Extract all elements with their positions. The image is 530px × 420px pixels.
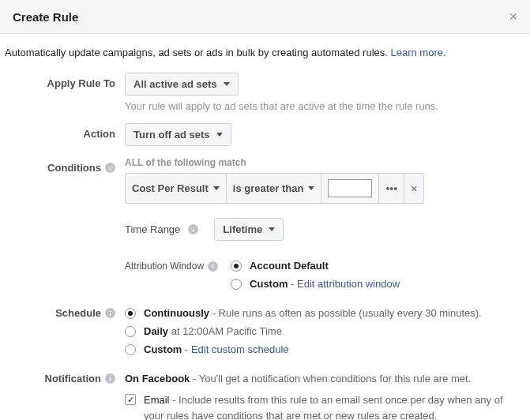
attribution-default-radio[interactable] (231, 261, 242, 272)
condition-metric-value: Cost Per Result (132, 182, 209, 194)
learn-more-link[interactable]: Learn more. (391, 47, 446, 58)
schedule-daily-desc: at 12:00AM Pacific Time (168, 325, 282, 337)
notification-label: Notification i (5, 373, 125, 384)
apply-rule-label-text: Apply Rule To (47, 77, 115, 89)
time-range-label: Time Range (125, 223, 180, 235)
action-dropdown[interactable]: Turn off ad sets (125, 123, 231, 146)
chevron-down-icon (216, 133, 223, 137)
notification-onfb-desc: - You'll get a notification when conditi… (190, 373, 471, 384)
notification-onfb-label: On Facebook (125, 373, 190, 384)
schedule-custom-radio[interactable] (125, 344, 136, 355)
schedule-daily-label: Daily (144, 325, 168, 337)
schedule-custom-label: Custom (144, 343, 182, 355)
chevron-down-icon (213, 186, 220, 190)
schedule-daily-radio[interactable] (125, 326, 136, 337)
schedule-continuously-desc: - Rule runs as often as possible (usuall… (209, 307, 482, 319)
chevron-down-icon (224, 82, 230, 86)
edit-attribution-link[interactable]: Edit attribution window (297, 278, 400, 290)
condition-operator-value: is greater than (233, 182, 304, 194)
condition-value-input[interactable] (328, 179, 372, 197)
chevron-down-icon (308, 186, 314, 190)
chevron-down-icon (269, 227, 275, 231)
condition-row: Cost Per Result is greater than ••• × (125, 173, 424, 204)
dialog-title: Create Rule (13, 10, 78, 24)
time-range-value: Lifetime (223, 223, 262, 235)
close-icon[interactable]: × (509, 9, 517, 24)
schedule-label-text: Schedule (55, 307, 101, 319)
apply-rule-value: All active ad sets (133, 78, 217, 90)
attribution-label: Attribution Window (125, 261, 204, 272)
schedule-label: Schedule i (5, 307, 125, 319)
time-range-dropdown[interactable]: Lifetime (214, 218, 284, 241)
more-icon[interactable]: ••• (379, 174, 404, 203)
schedule-continuously-label: Continuously (144, 307, 209, 319)
action-value: Turn off ad sets (133, 129, 210, 141)
schedule-custom-sep: - (182, 343, 191, 355)
apply-rule-label: Apply Rule To (5, 73, 125, 89)
notification-email-label: Email (144, 394, 170, 406)
attribution-custom-label: Custom (250, 278, 288, 290)
schedule-continuously-radio[interactable] (125, 308, 136, 319)
intro-text: Automatically update campaigns, ad sets … (5, 47, 517, 58)
notification-email-desc: - Include results from this rule to an e… (144, 394, 503, 420)
condition-operator-dropdown[interactable]: is greater than (227, 174, 322, 203)
attribution-default-label: Account Default (250, 260, 329, 272)
info-icon[interactable]: i (208, 261, 218, 272)
info-icon[interactable]: i (188, 224, 198, 234)
remove-condition-icon[interactable]: × (404, 174, 423, 203)
action-label-text: Action (84, 128, 115, 140)
info-icon[interactable]: i (105, 163, 115, 173)
apply-rule-hint: Your rule will apply to ad sets that are… (125, 100, 517, 112)
intro-desc: Automatically update campaigns, ad sets … (5, 47, 391, 58)
notification-email-checkbox[interactable]: ✓ (125, 394, 136, 405)
info-icon[interactable]: i (105, 308, 115, 318)
attribution-custom-radio[interactable] (231, 279, 242, 290)
edit-schedule-link[interactable]: Edit custom schedule (191, 343, 289, 355)
condition-metric-dropdown[interactable]: Cost Per Result (126, 174, 227, 203)
conditions-label: Conditions i (5, 157, 125, 174)
info-icon[interactable]: i (105, 373, 115, 384)
action-label: Action (5, 123, 125, 140)
conditions-match-header: ALL of the following match (125, 157, 517, 168)
conditions-label-text: Conditions (47, 162, 101, 174)
apply-rule-dropdown[interactable]: All active ad sets (125, 73, 239, 96)
notification-label-text: Notification (45, 373, 102, 384)
